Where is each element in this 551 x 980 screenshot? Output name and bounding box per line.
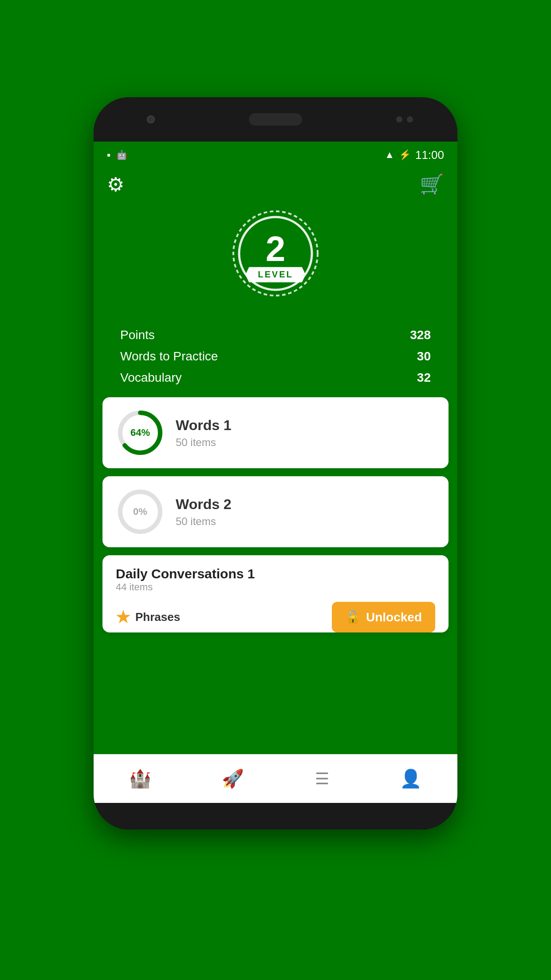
stat-row-vocabulary: Vocabulary 32 [120, 367, 431, 388]
nav-list[interactable]: ☰ [306, 765, 338, 793]
words2-title: Words 2 [176, 496, 435, 513]
stat-row-points: Points 328 [120, 324, 431, 346]
words2-progress: 0% [116, 487, 165, 536]
sd-card-icon: ▪ [107, 149, 111, 161]
settings-icon[interactable]: ⚙ [107, 173, 124, 196]
phrases-text: Phrases [135, 610, 180, 624]
battery-icon: ⚡ [399, 149, 411, 161]
level-ribbon: LEVEL [245, 267, 305, 282]
stat-value-practice: 30 [417, 349, 431, 364]
status-left: ▪ 🤖 [107, 149, 127, 161]
android-icon: 🤖 [116, 150, 127, 160]
time-display: 11:00 [415, 148, 444, 162]
nav-home[interactable]: 🏰 [120, 764, 160, 794]
stat-label-points: Points [120, 328, 155, 342]
signal-icon: ▲ [385, 149, 394, 161]
level-badge: 2 LEVEL [222, 205, 329, 311]
phone-sensors [396, 116, 413, 122]
stat-value-vocabulary: 32 [417, 371, 431, 385]
level-section: 2 LEVEL [94, 200, 457, 320]
words1-progress: 64% [116, 408, 165, 457]
words1-info: Words 1 50 items [176, 417, 435, 449]
stat-label-practice: Words to Practice [120, 349, 218, 364]
star-icon: ★ [116, 608, 130, 627]
sensor-dot-1 [396, 116, 402, 122]
stat-row-practice: Words to Practice 30 [120, 346, 431, 367]
words1-card[interactable]: 64% Words 1 50 items [102, 397, 449, 468]
words2-subtitle: 50 items [176, 515, 435, 528]
words1-progress-text: 64% [130, 427, 150, 439]
phone-frame: ▪ 🤖 ▲ ⚡ 11:00 ⚙ 🛒 [94, 97, 457, 830]
nav-profile[interactable]: 👤 [391, 764, 431, 794]
sensor-dot-2 [407, 116, 413, 122]
home-icon: 🏰 [129, 768, 151, 789]
phrases-label: ★ Phrases [116, 608, 180, 627]
rocket-icon: 🚀 [222, 768, 244, 789]
conv-header: Daily Conversations 1 44 items [116, 566, 435, 593]
list-icon: ☰ [315, 770, 329, 788]
phone-top [94, 97, 457, 142]
profile-icon: 👤 [400, 768, 422, 789]
unlocked-label: Unlocked [366, 610, 422, 624]
phone-speaker [249, 113, 302, 126]
conversations-card[interactable]: Daily Conversations 1 44 items ★ Phrases… [102, 555, 449, 632]
words2-card[interactable]: 0% Words 2 50 items [102, 476, 449, 547]
words1-subtitle: 50 items [176, 436, 435, 449]
conv-subtitle: 44 items [116, 581, 435, 593]
level-content: 2 LEVEL [245, 231, 305, 282]
stats-section: Points 328 Words to Practice 30 Vocabula… [94, 320, 457, 397]
words2-progress-text: 0% [133, 506, 147, 518]
level-number: 2 [266, 231, 286, 267]
cards-section: 64% Words 1 50 items 0% [94, 397, 457, 754]
phone-camera [147, 115, 155, 123]
phone-screen: ▪ 🤖 ▲ ⚡ 11:00 ⚙ 🛒 [94, 142, 457, 803]
bottom-nav: 🏰 🚀 ☰ 👤 [94, 754, 457, 803]
cart-icon[interactable]: 🛒 [420, 173, 444, 196]
lock-open-icon: 🔓 [345, 610, 361, 624]
top-bar: ⚙ 🛒 [94, 168, 457, 200]
stat-value-points: 328 [410, 328, 431, 342]
phone-bottom [94, 803, 457, 830]
app-content: ⚙ 🛒 2 LEVEL [94, 168, 457, 803]
unlocked-button[interactable]: 🔓 Unlocked [332, 602, 435, 632]
level-label: LEVEL [258, 269, 293, 279]
conv-footer: ★ Phrases 🔓 Unlocked [116, 602, 435, 632]
nav-rocket[interactable]: 🚀 [213, 764, 253, 794]
status-right: ▲ ⚡ 11:00 [385, 148, 444, 162]
status-bar: ▪ 🤖 ▲ ⚡ 11:00 [94, 142, 457, 168]
words2-info: Words 2 50 items [176, 496, 435, 528]
conv-title: Daily Conversations 1 [116, 566, 435, 581]
words1-title: Words 1 [176, 417, 435, 434]
stat-label-vocabulary: Vocabulary [120, 371, 182, 385]
